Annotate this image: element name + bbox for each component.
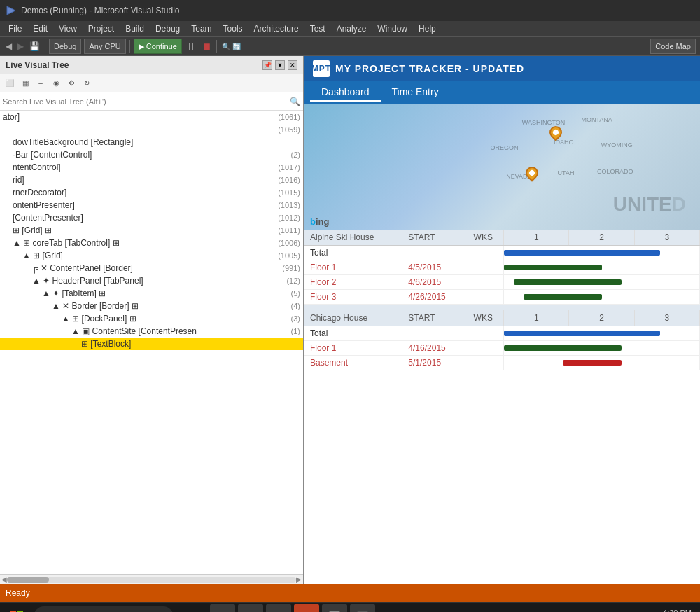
file-explorer-btn[interactable] (210, 604, 235, 613)
tree-row[interactable]: rnerDecorator](1015) (0, 186, 303, 199)
scroll-right-btn[interactable]: ▶ (296, 576, 302, 583)
tab-time-entry[interactable]: Time Entry (381, 83, 450, 102)
vs2-taskbar-btn[interactable]: VS (266, 604, 291, 613)
tree-row[interactable]: ▲ ⊞ coreTab [TabControl] ⊞(1006) (0, 237, 303, 249)
toolbar-text1: 🔍 🔄 (219, 43, 244, 50)
row-start: 5/1/2015 (402, 356, 468, 370)
row-text: ▲ ✦ [TabItem] ⊞ (42, 288, 286, 298)
status-text: Ready (6, 588, 30, 598)
row-text: ⊞ [TextBlock] (81, 339, 300, 349)
alpine-col-wks: WKS (468, 230, 504, 246)
menu-edit[interactable]: Edit (27, 22, 53, 35)
menu-file[interactable]: File (3, 22, 27, 35)
tree-row[interactable]: ontentPresenter](1013) (0, 199, 303, 211)
taskbar-search[interactable]: ○ Ask me anything 🎤 (34, 606, 174, 613)
gantt-bar (504, 265, 601, 270)
tree-row[interactable]: [ContentPresenter](1012) (0, 211, 303, 224)
gantt-bar (504, 345, 621, 351)
project-section-alpine: Alpine Ski House START WKS 1 2 3 TotalFl… (304, 230, 700, 305)
debug-mode-btn[interactable]: Debug (49, 39, 81, 54)
toolbar-stop-btn[interactable]: ⏹ (199, 41, 214, 52)
tree-row[interactable]: ▲ ⊞ [Grid](1005) (0, 249, 303, 262)
row-text: ntentControl] (13, 162, 272, 172)
app-panel: MPT MY PROJECT TRACKER - UPDATED Dashboa… (304, 56, 700, 584)
map-label-wyoming: WYOMING (601, 141, 633, 148)
panel-title-controls: 📌 ▼ ✕ (262, 60, 298, 70)
toolbar-sep2 (130, 40, 130, 53)
row-start: 4/5/2015 (402, 260, 468, 275)
menu-analyze[interactable]: Analyze (331, 22, 372, 35)
row-text: ▲ ▣ ContentSite [ContentPresen (71, 326, 286, 336)
tree-row[interactable]: (1059) (0, 123, 303, 136)
row-count: (1016) (278, 176, 300, 184)
row-text: -Bar [ContentControl] (13, 150, 286, 160)
menu-view[interactable]: View (53, 22, 83, 35)
scroll-thumb[interactable] (7, 577, 49, 583)
toolbar-save-btn[interactable]: 💾 (27, 41, 43, 51)
menu-architecture[interactable]: Architecture (248, 22, 304, 35)
tree-row[interactable]: ▲ ▣ ContentSite [ContentPresen(1) (0, 325, 303, 338)
tree-row[interactable]: ╔ ✕ ContentPanel [Border](991) (0, 262, 303, 274)
continue-btn[interactable]: ▶ Continue (134, 39, 182, 54)
tree-row[interactable]: ⊞ [Grid] ⊞(1011) (0, 224, 303, 237)
menu-debug[interactable]: Debug (150, 22, 186, 35)
scroll-left-btn[interactable]: ◀ (1, 576, 7, 583)
tree-row[interactable]: ntentControl](1017) (0, 161, 303, 174)
horizontal-scrollbar[interactable]: ◀ ▶ (0, 574, 303, 584)
start-button[interactable] (3, 604, 31, 613)
taskview-btn[interactable]: ⧉ (182, 604, 207, 613)
status-bar: Ready (0, 584, 700, 602)
toolbar-back-btn[interactable]: ◀ (3, 41, 15, 51)
tree-row[interactable]: rid](1016) (0, 174, 303, 186)
tree-content[interactable]: ator](1061)(1059)dowTitleBackground [Rec… (0, 111, 303, 574)
menu-project[interactable]: Project (83, 22, 120, 35)
toolbar-forward-btn[interactable]: ▶ (15, 41, 27, 51)
tree-row[interactable]: ▲ ✦ HeaderPanel [TabPanel](12) (0, 274, 303, 287)
filter-btn[interactable]: ⚙ (64, 76, 78, 90)
app5-btn[interactable]: ⚑ (322, 604, 347, 613)
row-label: Floor 1 (304, 341, 402, 356)
row-wks (468, 260, 504, 275)
tree-row[interactable]: ▲ ✕ Border [Border] ⊞(4) (0, 300, 303, 312)
menu-build[interactable]: Build (120, 22, 150, 35)
scroll-track[interactable] (7, 577, 296, 583)
tree-row[interactable]: ▲ ✦ [TabItem] ⊞(5) (0, 287, 303, 300)
search-bar[interactable]: 🔍 (0, 92, 303, 111)
menu-window[interactable]: Window (372, 22, 413, 35)
taskbar-tray: 🔊 💻 4:30 PM 4/14/2015 (623, 608, 697, 613)
tree-row[interactable]: ⊞ [TextBlock] (0, 338, 303, 350)
tree-row[interactable]: ator](1061) (0, 111, 303, 123)
tree-row[interactable]: -Bar [ContentControl](2) (0, 148, 303, 161)
menu-team[interactable]: Team (186, 22, 217, 35)
display-layout-btn[interactable]: ▦ (18, 76, 32, 90)
search-input[interactable] (3, 97, 290, 106)
platform-btn[interactable]: Any CPU (84, 39, 125, 54)
row-wks (468, 356, 504, 370)
vs-taskbar-btn[interactable]: VS (238, 604, 263, 613)
highlight-btn[interactable]: – (34, 76, 48, 90)
powerpoint-taskbar-btn[interactable]: P (294, 604, 319, 613)
code-map-btn[interactable]: Code Map (650, 39, 696, 54)
row-text: ontentPresenter] (13, 200, 272, 210)
gantt-bar (514, 279, 621, 285)
menu-test[interactable]: Test (304, 22, 331, 35)
track-focused-btn[interactable]: ◉ (49, 76, 63, 90)
pin-btn[interactable]: 📌 (262, 60, 272, 70)
menu-help[interactable]: Help (413, 22, 442, 35)
dock-btn[interactable]: ▼ (275, 60, 285, 70)
app-nav: Dashboard Time Entry (304, 81, 700, 104)
select-element-btn[interactable]: ⬜ (3, 76, 17, 90)
app6-btn[interactable]: ⬛ (350, 604, 375, 613)
menu-tools[interactable]: Tools (218, 22, 248, 35)
close-btn[interactable]: ✕ (288, 60, 298, 70)
row-count: (4) (291, 302, 300, 310)
row-count: (1015) (278, 188, 300, 197)
toolbar-pause-btn[interactable]: ⏸ (183, 41, 199, 52)
tree-row[interactable]: ▲ ⊞ [DockPanel] ⊞(3) (0, 312, 303, 325)
row-count: (991) (282, 264, 300, 272)
tree-row[interactable]: dowTitleBackground [Rectangle] (0, 136, 303, 148)
refresh-btn[interactable]: ↻ (80, 76, 94, 90)
row-text: ▲ ✕ Border [Border] ⊞ (52, 301, 286, 311)
svg-marker-0 (7, 6, 15, 15)
tab-dashboard[interactable]: Dashboard (310, 83, 381, 102)
